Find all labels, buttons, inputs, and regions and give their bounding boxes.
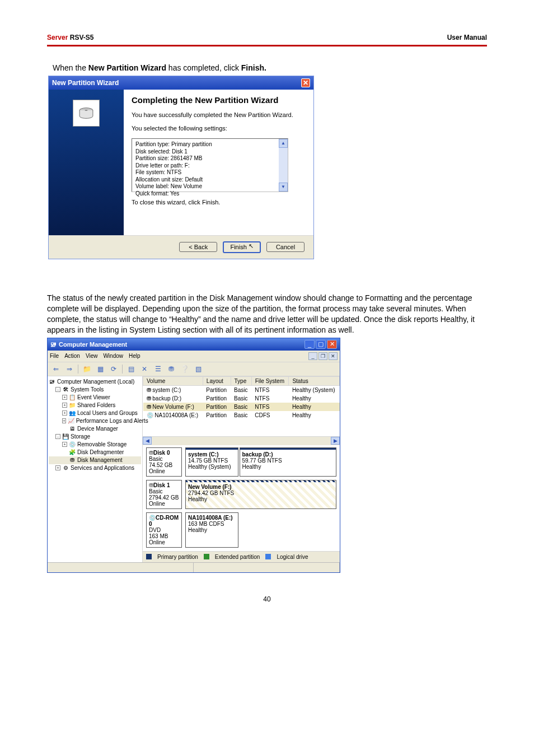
tree-root[interactable]: 🖳Computer Management (Local)	[49, 378, 141, 386]
separator	[122, 365, 123, 374]
partition[interactable]: system (C:) 14.75 GB NTFS Healthy (Syste…	[185, 447, 238, 477]
instruction-pre: When the	[53, 63, 88, 72]
wizard-selected-text: You selected the following settings:	[132, 125, 306, 132]
finish-button[interactable]: Finish ↖	[223, 241, 261, 253]
tree-item[interactable]: +📈Performance Logs and Alerts	[49, 417, 141, 425]
disk-mgmt-icon: ⛃	[69, 457, 76, 464]
cm-menubar: File Action View Window Help _ ❐ ✕	[48, 351, 340, 362]
tree-item[interactable]: +👥Local Users and Groups	[49, 409, 141, 417]
delete-icon[interactable]: ✕	[139, 364, 149, 374]
extra-icon[interactable]: ▧	[193, 364, 203, 374]
scroll-left-icon[interactable]: ◀	[143, 437, 152, 445]
col-type[interactable]: Type	[231, 376, 251, 385]
disk-header[interactable]: 💿CD-ROM 0 DVD 163 MB Online	[146, 512, 182, 548]
collapse-icon[interactable]: -	[55, 434, 60, 439]
cancel-button[interactable]: Cancel	[266, 242, 305, 252]
menu-view[interactable]: View	[86, 353, 98, 359]
tree-item[interactable]: +📁Shared Folders	[49, 402, 141, 409]
col-layout[interactable]: Layout	[203, 376, 231, 385]
wizard-heading: Completing the New Partition Wizard	[132, 95, 306, 105]
properties-icon[interactable]: ▦	[95, 364, 105, 374]
wizard-settings-box: Partition type: Primary partition Disk s…	[132, 138, 288, 192]
tree-services[interactable]: +⚙Services and Applications	[49, 464, 141, 472]
col-fs[interactable]: File System	[251, 376, 289, 385]
header-server: Server	[47, 34, 68, 41]
list-icon[interactable]: ▤	[126, 364, 136, 374]
expand-icon[interactable]: +	[62, 395, 67, 400]
table-row[interactable]: 💿 NA1014008A (E:)PartitionBasicCDFSHealt…	[143, 411, 340, 419]
cm-toolbar: ⇐ ⇒ 📁 ▦ ⟳ ▤ ✕ ☰ ⛃ ❔ ▧	[48, 362, 340, 376]
nav-back-icon[interactable]: ⇐	[51, 364, 61, 374]
header-model: RSV-S5	[70, 34, 94, 41]
nav-forward-icon[interactable]: ⇒	[64, 364, 74, 374]
tree-item[interactable]: 🧩Disk Defragmenter	[49, 449, 141, 456]
cm-titlebar[interactable]: 🖳 Computer Management _ ▢ ✕	[48, 338, 340, 351]
expand-icon[interactable]: +	[62, 410, 67, 416]
swatch-primary	[146, 554, 152, 559]
col-volume[interactable]: Volume	[143, 376, 203, 385]
minimize-icon[interactable]: _	[305, 340, 315, 349]
maximize-icon[interactable]: ▢	[316, 340, 326, 349]
settings-icon[interactable]: ☰	[153, 364, 163, 374]
disk-block: ⛃Disk 1 Basic 2794.42 GB Online New Volu…	[146, 480, 336, 509]
computer-icon: 🖳	[49, 379, 55, 385]
swatch-logical	[265, 554, 271, 559]
partition-stripe	[186, 480, 336, 482]
menu-action[interactable]: Action	[64, 353, 80, 359]
disk-header[interactable]: ⛃Disk 0 Basic 74.52 GB Online	[146, 447, 182, 477]
scroll-down-icon[interactable]: ▼	[279, 183, 288, 192]
disk-graphical-view: ⛃Disk 0 Basic 74.52 GB Online system (C:…	[143, 445, 340, 551]
disk-header[interactable]: ⛃Disk 1 Basic 2794.42 GB Online	[146, 480, 182, 509]
scroll-up-icon[interactable]: ▲	[279, 139, 288, 148]
computer-management-window: 🖳 Computer Management _ ▢ ✕ File Action …	[47, 338, 340, 573]
instruction-line: When the New Partition Wizard has comple…	[53, 63, 487, 72]
partition[interactable]: backup (D:) 59.77 GB NTFS Healthy	[240, 447, 337, 477]
cm-title: Computer Management	[59, 341, 127, 348]
close-icon[interactable]: ✕	[301, 78, 310, 87]
scroll-right-icon[interactable]: ▶	[331, 437, 340, 445]
tree-storage[interactable]: -💾Storage	[49, 433, 141, 441]
mdi-restore-icon[interactable]: ❐	[318, 352, 327, 360]
page-number: 40	[47, 595, 487, 603]
disk-block: 💿CD-ROM 0 DVD 163 MB Online NA1014008A (…	[146, 512, 336, 548]
back-button[interactable]: < Back	[179, 242, 217, 252]
expand-icon[interactable]: +	[62, 418, 66, 423]
tools-icon: 🛠	[62, 386, 69, 393]
drive-icon[interactable]: ⛃	[166, 364, 176, 374]
partition-selected[interactable]: New Volume (F:) 2794.42 GB NTFS Healthy	[185, 480, 336, 509]
tree-item[interactable]: +📋Event Viewer	[49, 394, 141, 402]
col-status[interactable]: Status	[289, 376, 340, 385]
tree-system-tools[interactable]: -🛠System Tools	[49, 386, 141, 394]
tree-item[interactable]: 🖥Device Manager	[49, 425, 141, 433]
expand-icon[interactable]: +	[62, 442, 67, 447]
help-icon[interactable]: ❔	[180, 364, 190, 374]
wizard-close-hint: To close this wizard, click Finish.	[132, 199, 306, 206]
partition-stripe	[186, 448, 238, 450]
menu-help[interactable]: Help	[129, 353, 140, 359]
wizard-setting: Disk selected: Disk 1	[135, 148, 284, 156]
mdi-close-icon[interactable]: ✕	[329, 352, 338, 360]
partition[interactable]: NA1014008A (E:) 163 MB CDFS Healthy	[185, 512, 238, 548]
users-icon: 👥	[69, 410, 76, 417]
expand-icon[interactable]: +	[62, 403, 67, 408]
close-icon[interactable]: ✕	[327, 340, 337, 349]
refresh-icon[interactable]: ⟳	[109, 364, 119, 374]
table-row[interactable]: ⛃ backup (D:)PartitionBasicNTFSHealthy	[143, 394, 340, 403]
table-row[interactable]: ⛃ system (C:)PartitionBasicNTFSHealthy (…	[143, 385, 340, 394]
table-row-selected[interactable]: ⛃ New Volume (F:)PartitionBasicNTFSHealt…	[143, 403, 340, 411]
instruction-bold1: New Partition Wizard	[88, 63, 166, 72]
wizard-scrollbar[interactable]: ▲ ▼	[279, 139, 288, 192]
menu-window[interactable]: Window	[103, 353, 123, 359]
wizard-titlebar[interactable]: New Partition Wizard ✕	[49, 76, 313, 90]
collapse-icon[interactable]: -	[55, 387, 60, 392]
disk-icon: ⛃	[149, 450, 153, 456]
tree-item[interactable]: +💿Removable Storage	[49, 441, 141, 449]
table-scrollbar[interactable]: ◀ ▶	[143, 436, 340, 445]
new-partition-wizard-dialog: New Partition Wizard ✕ Completing the Ne…	[48, 76, 314, 259]
up-folder-icon[interactable]: 📁	[82, 364, 92, 374]
tree-item-disk-management[interactable]: ⛃Disk Management	[49, 456, 141, 464]
expand-icon[interactable]: +	[55, 465, 60, 470]
mdi-minimize-icon[interactable]: _	[308, 352, 317, 360]
menu-file[interactable]: File	[50, 353, 59, 359]
perf-icon: 📈	[68, 418, 74, 424]
